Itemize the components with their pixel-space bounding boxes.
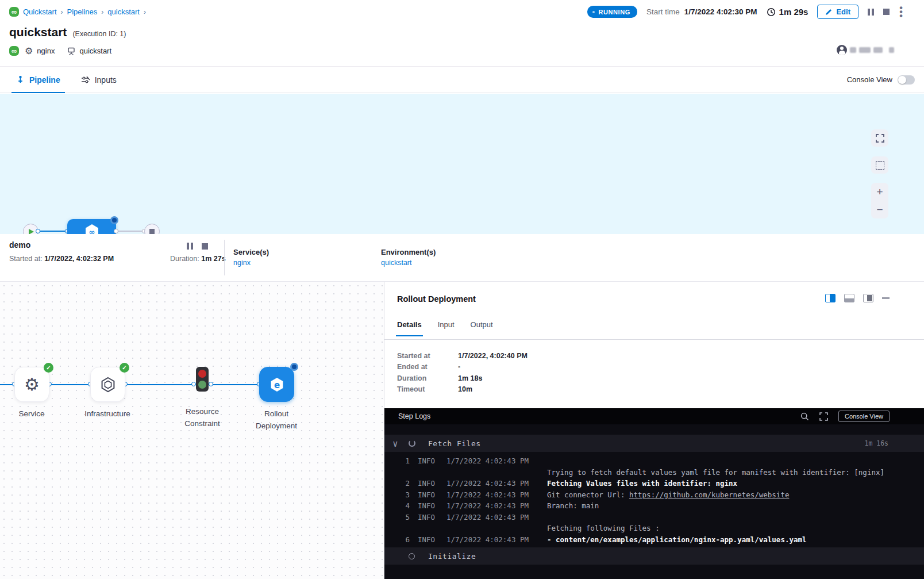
- svg-text:e: e: [274, 379, 279, 390]
- log-lv: INFO: [418, 534, 438, 546]
- environment-link[interactable]: quickstart: [381, 259, 412, 267]
- console-view-toggle[interactable]: [898, 75, 915, 85]
- log-lt: 1/7/2022 4:02:43 PM: [446, 500, 538, 512]
- gear-icon: ⚙: [25, 47, 33, 56]
- log-message-line: [547, 512, 660, 523]
- log-message-line: Branch: main: [547, 500, 599, 512]
- clock-icon: [767, 7, 776, 17]
- tab-pipeline[interactable]: Pipeline: [14, 67, 63, 93]
- log-message-line: - content/en/examples/application/nginx-…: [547, 534, 807, 546]
- fullscreen-icon: [876, 134, 884, 143]
- step-node-infrastructure[interactable]: ✓: [90, 367, 125, 402]
- more-options-button[interactable]: •••: [899, 6, 903, 18]
- layout-split-bottom-button[interactable]: [844, 294, 854, 302]
- log-lv: INFO: [418, 489, 438, 501]
- detail-label: Timeout: [397, 385, 458, 393]
- log-entry: 3INFO1/7/2022 4:02:43 PMGit connector Ur…: [402, 489, 924, 501]
- breadcrumb-link-pipeline-name[interactable]: quickstart: [107, 7, 140, 16]
- redacted-text: [873, 47, 883, 53]
- pause-execution-button[interactable]: [868, 9, 874, 16]
- detail-label: Duration: [397, 374, 458, 382]
- duration-value: 1m 27s: [201, 255, 225, 263]
- running-spinner-badge: [110, 216, 118, 224]
- log-section-fetch-files[interactable]: ∨ Fetch Files 1m 16s: [384, 435, 924, 452]
- gear-icon: ⚙: [24, 376, 40, 393]
- zoom-in-button[interactable]: +: [871, 183, 888, 201]
- tab-details[interactable]: Details: [397, 320, 422, 336]
- canvas-zoom-controls: + −: [871, 183, 888, 218]
- log-ln: 5: [402, 512, 410, 534]
- edit-button[interactable]: Edit: [817, 5, 858, 19]
- expand-logs-icon[interactable]: [819, 412, 828, 421]
- avatar-icon[interactable]: [837, 45, 847, 55]
- log-lv: INFO: [418, 500, 438, 512]
- services-label: Service(s): [233, 248, 269, 256]
- stage-info-name: demo: [9, 240, 30, 250]
- step-node-rollout-deployment[interactable]: e: [259, 367, 294, 402]
- log-message-line: Fetching Values files with identifier: n…: [547, 478, 737, 489]
- log-section-initialize[interactable]: Initialize: [384, 547, 924, 565]
- stop-icon: [149, 229, 155, 234]
- log-lv: INFO: [418, 455, 438, 478]
- minimize-panel-button[interactable]: [882, 297, 890, 299]
- step-logs-title: Step Logs: [398, 412, 430, 420]
- log-message-line: Git connector Url: https://github.com/ku…: [547, 489, 789, 501]
- divider: [224, 240, 225, 275]
- console-view-label: Console View: [847, 75, 892, 84]
- step-label-resource-constraint: Resource Constraint: [176, 406, 228, 430]
- traffic-light-red-icon: [198, 370, 206, 378]
- tab-inputs[interactable]: Inputs: [79, 67, 119, 93]
- zoom-out-button[interactable]: −: [871, 201, 888, 218]
- execution-canvas[interactable]: ⚙ ✓ ✓ e Service Infrastructure Resource …: [0, 282, 384, 579]
- log-message-line: Fetching following Files :: [547, 523, 660, 534]
- service-tag[interactable]: ⚙ nginx: [25, 47, 55, 56]
- step-panel-title: Rollout Deployment: [397, 294, 476, 304]
- step-node-service[interactable]: ⚙ ✓: [14, 367, 49, 402]
- breadcrumb-separator: ›: [144, 8, 146, 16]
- started-at-value: 1/7/2022, 4:02:32 PM: [44, 255, 114, 263]
- section-duration: 1m 16s: [864, 439, 888, 447]
- redacted-text: [850, 47, 856, 53]
- log-ln: 3: [402, 489, 410, 501]
- log-message: Branch: main: [547, 500, 599, 512]
- log-lt: 1/7/2022 4:02:43 PM: [446, 534, 538, 546]
- started-at-label: Started at:: [9, 255, 43, 263]
- log-ln: 1: [402, 455, 410, 478]
- tab-output[interactable]: Output: [471, 320, 493, 336]
- log-entry: 2INFO1/7/2022 4:02:43 PMFetching Values …: [402, 478, 924, 489]
- log-lt: 1/7/2022 4:02:43 PM: [446, 478, 538, 489]
- pending-circle-icon: [409, 553, 415, 559]
- canvas-fullscreen-button[interactable]: [871, 129, 888, 147]
- stage-stop-button[interactable]: [202, 243, 208, 250]
- service-link[interactable]: nginx: [233, 259, 251, 267]
- pipeline-canvas[interactable]: ∞ demo + −: [0, 94, 924, 234]
- cd-module-icon: ∞: [9, 46, 19, 56]
- search-icon[interactable]: [800, 412, 809, 421]
- harness-cd-icon: ∞: [9, 7, 19, 17]
- step-label-service: Service: [0, 408, 66, 420]
- running-spinner-badge: [290, 363, 298, 371]
- log-lt: 1/7/2022 4:02:43 PM: [446, 512, 538, 534]
- traffic-light-green-icon: [198, 381, 206, 389]
- log-lt: 1/7/2022 4:02:43 PM: [446, 489, 538, 501]
- log-entry: 1INFO1/7/2022 4:02:43 PMTrying to fetch …: [402, 455, 924, 478]
- log-link[interactable]: https://github.com/kubernetes/website: [629, 490, 789, 499]
- breadcrumb-link-quickstart[interactable]: Quickstart: [23, 7, 57, 16]
- tab-input[interactable]: Input: [438, 320, 455, 336]
- step-node-resource-constraint[interactable]: [196, 367, 209, 392]
- log-message: Fetching Values files with identifier: n…: [547, 478, 737, 489]
- log-ln: 6: [402, 534, 410, 546]
- start-time-label: Start time: [646, 7, 680, 16]
- stop-execution-button[interactable]: [883, 9, 890, 15]
- success-check-icon: ✓: [44, 363, 53, 373]
- infrastructure-icon: [67, 47, 75, 55]
- stage-pause-button[interactable]: [187, 243, 193, 250]
- breadcrumb-link-pipelines[interactable]: Pipelines: [67, 7, 98, 16]
- canvas-select-button[interactable]: [871, 156, 888, 174]
- layout-split-right-button[interactable]: [825, 294, 836, 302]
- console-view-button[interactable]: Console View: [838, 411, 890, 422]
- log-ln: 2: [402, 478, 410, 489]
- marquee-icon: [876, 161, 884, 170]
- layout-split-panel-button[interactable]: [863, 294, 873, 302]
- environment-tag[interactable]: quickstart: [67, 47, 111, 55]
